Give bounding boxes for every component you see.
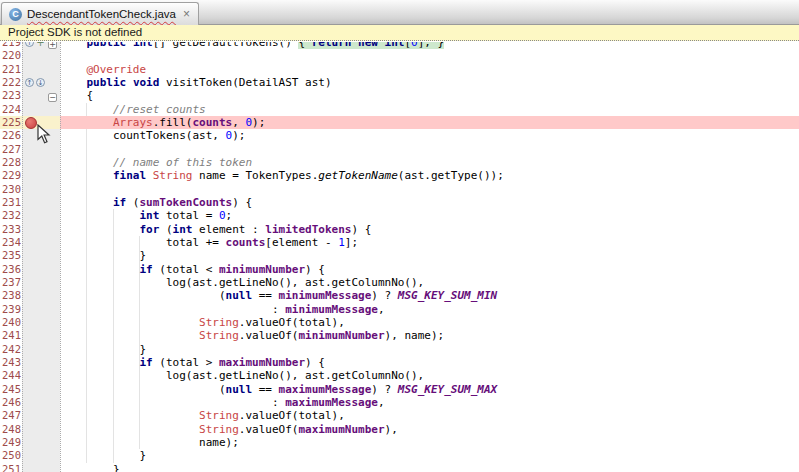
code-line[interactable]: 251 } bbox=[0, 463, 799, 472]
code-line[interactable]: 236 if (total < minimumNumber) { bbox=[0, 263, 799, 276]
line-number[interactable]: 239 bbox=[0, 303, 22, 316]
code-text[interactable]: } bbox=[60, 343, 799, 356]
gutter[interactable] bbox=[22, 409, 60, 422]
code-line[interactable]: 242 } bbox=[0, 343, 799, 356]
gutter[interactable] bbox=[22, 329, 60, 342]
plus-icon[interactable] bbox=[36, 42, 45, 47]
gutter[interactable] bbox=[22, 356, 60, 369]
code-text[interactable]: public void visitToken(DetailAST ast) bbox=[60, 76, 799, 89]
line-number[interactable]: 222 bbox=[0, 76, 22, 89]
code-line[interactable]: 219 public int[] getDefaultTokens() { re… bbox=[0, 42, 799, 49]
code-text[interactable]: countTokens(ast, 0); bbox=[60, 129, 799, 142]
line-number[interactable]: 234 bbox=[0, 236, 22, 249]
code-line[interactable]: 227 bbox=[0, 143, 799, 156]
line-number[interactable]: 235 bbox=[0, 249, 22, 262]
code-text[interactable]: (null == maximumMessage) ? MSG_KEY_SUM_M… bbox=[60, 383, 799, 396]
code-editor[interactable]: 219 public int[] getDefaultTokens() { re… bbox=[0, 42, 799, 472]
line-number[interactable]: 228 bbox=[0, 156, 22, 169]
code-text[interactable]: if (total > maximumNumber) { bbox=[60, 356, 799, 369]
code-line[interactable]: 239 : minimumMessage, bbox=[0, 303, 799, 316]
line-number[interactable]: 219 bbox=[0, 42, 22, 49]
code-line[interactable]: 245 (null == maximumMessage) ? MSG_KEY_S… bbox=[0, 383, 799, 396]
code-line[interactable]: 229 final String name = TokenTypes.getTo… bbox=[0, 169, 799, 182]
gutter[interactable] bbox=[22, 343, 60, 356]
gutter[interactable] bbox=[22, 63, 60, 76]
code-text[interactable]: if (total < minimumNumber) { bbox=[60, 263, 799, 276]
gutter[interactable] bbox=[22, 436, 60, 449]
code-line[interactable]: 234 total += counts[element - 1]; bbox=[0, 236, 799, 249]
code-text[interactable]: name); bbox=[60, 436, 799, 449]
line-number[interactable]: 246 bbox=[0, 396, 22, 409]
line-number[interactable]: 250 bbox=[0, 449, 22, 462]
code-line[interactable]: 243 if (total > maximumNumber) { bbox=[0, 356, 799, 369]
code-line[interactable]: 237 log(ast.getLineNo(), ast.getColumnNo… bbox=[0, 276, 799, 289]
code-line[interactable]: 250 } bbox=[0, 449, 799, 462]
code-line[interactable]: 241 String.valueOf(minimumNumber), name)… bbox=[0, 329, 799, 342]
line-number[interactable]: 226 bbox=[0, 129, 22, 142]
code-text[interactable] bbox=[60, 49, 799, 62]
code-line[interactable]: 246 : maximumMessage, bbox=[0, 396, 799, 409]
gutter[interactable] bbox=[22, 156, 60, 169]
code-line[interactable]: 226 countTokens(ast, 0); bbox=[0, 129, 799, 142]
gutter[interactable] bbox=[22, 169, 60, 182]
gutter[interactable] bbox=[22, 289, 60, 302]
gutter[interactable] bbox=[22, 276, 60, 289]
code-text[interactable]: String.valueOf(minimumNumber), name); bbox=[60, 329, 799, 342]
gutter[interactable] bbox=[22, 89, 60, 102]
code-text[interactable]: String.valueOf(total), bbox=[60, 409, 799, 422]
code-line[interactable]: 235 } bbox=[0, 249, 799, 262]
code-line[interactable]: 244 log(ast.getLineNo(), ast.getColumnNo… bbox=[0, 369, 799, 382]
gutter[interactable] bbox=[22, 183, 60, 196]
line-number[interactable]: 231 bbox=[0, 196, 22, 209]
line-number[interactable]: 232 bbox=[0, 209, 22, 222]
gutter[interactable] bbox=[22, 196, 60, 209]
line-number[interactable]: 230 bbox=[0, 183, 22, 196]
gutter[interactable] bbox=[22, 263, 60, 276]
code-text[interactable]: log(ast.getLineNo(), ast.getColumnNo(), bbox=[60, 276, 799, 289]
code-text[interactable]: log(ast.getLineNo(), ast.getColumnNo(), bbox=[60, 369, 799, 382]
gutter[interactable] bbox=[22, 369, 60, 382]
circle-up-icon[interactable] bbox=[25, 42, 34, 47]
line-number[interactable]: 227 bbox=[0, 143, 22, 156]
line-number[interactable]: 241 bbox=[0, 329, 22, 342]
line-number[interactable]: 243 bbox=[0, 356, 22, 369]
code-line[interactable]: 249 name); bbox=[0, 436, 799, 449]
circle-up-icon[interactable] bbox=[25, 78, 34, 87]
gutter[interactable] bbox=[22, 209, 60, 222]
line-number[interactable]: 229 bbox=[0, 169, 22, 182]
code-line[interactable]: 222 public void visitToken(DetailAST ast… bbox=[0, 76, 799, 89]
line-number[interactable]: 251 bbox=[0, 463, 22, 472]
tab-descendanttokencheck[interactable]: C DescendantTokenCheck.java × bbox=[1, 2, 199, 25]
gutter[interactable] bbox=[22, 463, 60, 472]
close-icon[interactable]: × bbox=[183, 8, 190, 20]
gutter[interactable] bbox=[22, 103, 60, 116]
code-line[interactable]: 238 (null == minimumMessage) ? MSG_KEY_S… bbox=[0, 289, 799, 302]
gutter[interactable] bbox=[22, 383, 60, 396]
code-text[interactable]: String.valueOf(total), bbox=[60, 316, 799, 329]
code-text[interactable]: if (sumTokenCounts) { bbox=[60, 196, 799, 209]
gutter[interactable] bbox=[22, 249, 60, 262]
code-text[interactable]: String.valueOf(maximumNumber), bbox=[60, 423, 799, 436]
line-number[interactable]: 236 bbox=[0, 263, 22, 276]
code-line[interactable]: 247 String.valueOf(total), bbox=[0, 409, 799, 422]
code-text[interactable]: (null == minimumMessage) ? MSG_KEY_SUM_M… bbox=[60, 289, 799, 302]
code-text[interactable]: int total = 0; bbox=[60, 209, 799, 222]
code-line[interactable]: 230 bbox=[0, 183, 799, 196]
fold-minus-icon[interactable] bbox=[48, 93, 57, 102]
code-line[interactable]: 228 // name of this token bbox=[0, 156, 799, 169]
code-line[interactable]: 240 String.valueOf(total), bbox=[0, 316, 799, 329]
gutter[interactable] bbox=[22, 449, 60, 462]
gutter[interactable] bbox=[22, 223, 60, 236]
line-number[interactable]: 237 bbox=[0, 276, 22, 289]
line-number[interactable]: 224 bbox=[0, 103, 22, 116]
line-number[interactable]: 245 bbox=[0, 383, 22, 396]
code-text[interactable]: } bbox=[60, 463, 799, 472]
code-text[interactable] bbox=[60, 143, 799, 156]
line-number[interactable]: 248 bbox=[0, 423, 22, 436]
code-line[interactable]: 223 { bbox=[0, 89, 799, 102]
code-text[interactable]: total += counts[element - 1]; bbox=[60, 236, 799, 249]
code-text[interactable]: //reset counts bbox=[60, 103, 799, 116]
gutter[interactable] bbox=[22, 236, 60, 249]
code-text[interactable]: public int[] getDefaultTokens() { return… bbox=[60, 42, 799, 49]
gutter[interactable] bbox=[22, 316, 60, 329]
